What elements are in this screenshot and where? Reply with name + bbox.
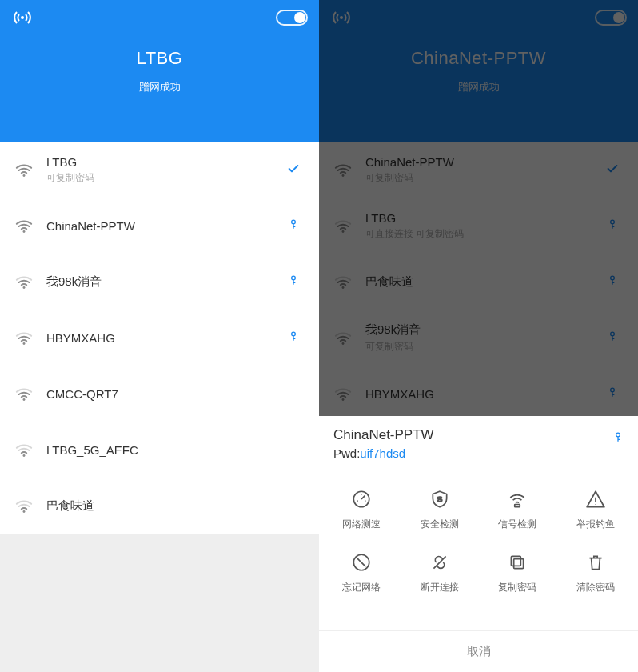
svg-point-0 [21,16,24,19]
broadcast-icon [11,8,34,27]
wifi-name: HBYMXAHG [46,331,282,345]
svg-point-14 [611,220,615,224]
wifi-signal-icon [333,274,353,291]
sheet-network-name: ChinaNet-PPTW [333,427,612,443]
wifi-signal-icon [333,386,353,403]
wifi-row[interactable]: 我98k消音 可复制密码 [319,310,638,366]
action-warn[interactable]: 举报钓鱼 [556,478,635,541]
wifi-toggle[interactable] [595,10,627,26]
sheet-password-line: Pwd:uif7hdsd [333,446,612,460]
wifi-signal-icon [14,274,34,291]
delete-icon [584,550,608,574]
action-label: 举报钓鱼 [576,518,615,531]
wifi-row[interactable]: LTBG_5G_AEFC [0,422,319,478]
row-action [601,274,624,291]
action-copy[interactable]: 复制密码 [479,541,557,604]
svg-text:S: S [437,494,442,503]
svg-rect-26 [514,559,524,569]
wifi-subtitle: 可复制密码 [46,171,282,185]
svg-point-9 [23,454,26,456]
wifi-row[interactable]: LTBG 可复制密码 [0,142,319,198]
action-label: 清除密码 [576,581,615,594]
wifi-row[interactable]: HBYMXAHG [0,310,319,366]
current-network-status: 蹭网成功 [139,80,181,94]
action-signal[interactable]: 信号检测 [479,478,557,541]
action-forget[interactable]: 忘记网络 [322,541,401,604]
wifi-signal-icon [333,330,353,347]
row-action [282,218,305,235]
wifi-name: ChinaNet-PPTW [46,219,282,233]
action-disconnect[interactable]: 断开连接 [401,541,479,604]
wifi-name: LTBG_5G_AEFC [46,443,282,457]
current-network-title: ChinaNet-PPTW [411,48,546,69]
key-icon[interactable] [612,430,624,448]
svg-point-21 [616,433,620,437]
key-icon[interactable] [607,218,618,235]
svg-point-10 [23,510,26,512]
key-icon[interactable] [288,218,299,235]
key-icon[interactable] [288,274,299,291]
action-label: 忘记网络 [342,581,381,594]
action-label: 信号检测 [498,518,536,531]
panel-right: ChinaNet-PPTW 蹭网成功 ChinaNet-PPTW 可复制密码 L… [319,0,638,672]
speed-icon [349,487,373,511]
row-action [282,274,305,291]
svg-point-16 [611,276,615,280]
svg-point-18 [611,332,615,336]
action-label: 复制密码 [498,581,536,594]
action-shield[interactable]: S 安全检测 [401,478,479,541]
action-grid: 网络测速 S 安全检测 信号检测 举报钓鱼 忘记网络 断开连接 复制密码 清除密… [319,470,638,610]
svg-point-13 [342,230,345,232]
svg-point-12 [342,174,345,176]
wifi-row[interactable]: LTBG 可直接连接 可复制密码 [319,198,638,254]
wifi-signal-icon [14,218,34,235]
wifi-row[interactable]: ChinaNet-PPTW 可复制密码 [319,142,638,198]
row-action [601,330,624,347]
wifi-row[interactable]: ChinaNet-PPTW [0,198,319,254]
wifi-row[interactable]: 巴食味道 [0,478,319,534]
check-icon [287,162,300,178]
wifi-list-left: LTBG 可复制密码 ChinaNet-PPTW 我98k消音 [0,142,319,534]
wifi-name: CMCC-QRT7 [46,387,282,401]
wifi-row[interactable]: HBYMXAHG [319,366,638,416]
wifi-name: LTBG [365,211,601,225]
wifi-name: 巴食味道 [46,498,282,514]
copy-icon [505,550,529,574]
row-action [601,386,624,403]
wifi-name: 我98k消音 [46,274,282,290]
key-icon[interactable] [607,330,618,347]
svg-rect-24 [515,505,520,507]
svg-point-4 [23,286,26,288]
wifi-name: HBYMXAHG [365,387,601,401]
wifi-subtitle: 可复制密码 [365,340,601,354]
current-network-title: LTBG [137,48,183,69]
wifi-subtitle: 可直接连接 可复制密码 [365,227,601,241]
action-delete[interactable]: 清除密码 [556,541,635,604]
wifi-row[interactable]: 巴食味道 [319,254,638,310]
signal-icon [505,487,529,511]
svg-point-20 [611,388,615,392]
key-icon[interactable] [607,274,618,291]
svg-point-6 [23,342,26,344]
warn-icon [584,487,608,511]
wifi-list-right: ChinaNet-PPTW 可复制密码 LTBG 可直接连接 可复制密码 巴食味… [319,142,638,416]
wifi-signal-icon [14,442,34,459]
svg-point-7 [292,332,296,336]
svg-point-17 [342,342,345,344]
svg-point-19 [342,398,345,400]
wifi-signal-icon [14,330,34,347]
wifi-toggle[interactable] [276,10,308,26]
wifi-subtitle: 可复制密码 [365,171,601,185]
svg-point-5 [292,276,296,280]
wifi-row[interactable]: 我98k消音 [0,254,319,310]
action-label: 断开连接 [421,581,459,594]
sheet-pwd-label: Pwd: [333,446,360,460]
cancel-label: 取消 [467,644,491,659]
wifi-signal-icon [333,162,353,179]
action-speed[interactable]: 网络测速 [322,478,401,541]
wifi-row[interactable]: CMCC-QRT7 [0,366,319,422]
key-icon[interactable] [607,386,618,403]
cancel-button[interactable]: 取消 [319,630,638,672]
key-icon[interactable] [288,330,299,347]
svg-point-15 [342,286,345,288]
